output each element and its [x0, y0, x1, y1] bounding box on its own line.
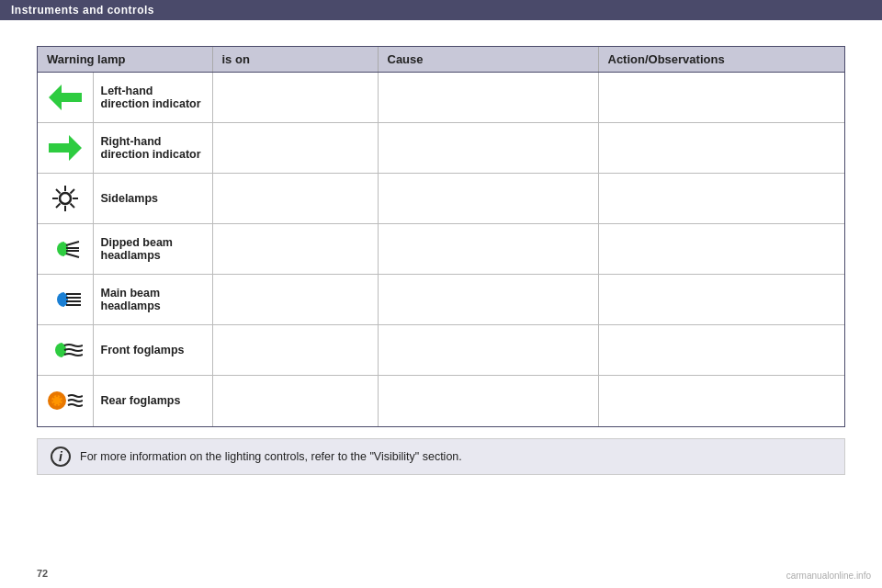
cause-cell [378, 376, 598, 426]
ison-cell [212, 174, 378, 224]
lamp-label: Sidelamps [93, 174, 212, 224]
rear-foglamps-icon [48, 384, 83, 417]
ison-cell [212, 123, 378, 174]
lamp-label: Left-hand direction indicator [93, 73, 212, 123]
col-cause: Cause [378, 47, 598, 73]
table-row: Dipped beam headlamps [38, 224, 844, 275]
ison-cell [212, 73, 378, 123]
table-row: Rear foglamps [38, 376, 844, 426]
cause-cell [378, 275, 598, 325]
lamp-label: Front foglamps [93, 325, 212, 376]
main-content: Warning lamp is on Cause Action/Observat… [0, 20, 882, 484]
table-row: Left-hand direction indicator [38, 73, 844, 123]
svg-line-8 [70, 204, 74, 209]
watermark: carmanualonline.info [786, 571, 871, 581]
icon-cell [38, 376, 93, 426]
dipped-beam-icon [48, 235, 83, 263]
col-warning-lamp: Warning lamp [38, 47, 212, 73]
lamp-label: Main beam headlamps [93, 275, 212, 325]
action-cell [598, 376, 844, 426]
lamp-label: Rear foglamps [93, 376, 212, 426]
lamp-label: Dipped beam headlamps [93, 224, 212, 275]
icon-cell [38, 224, 93, 275]
ison-cell [212, 224, 378, 275]
action-cell [598, 123, 844, 174]
action-cell [598, 224, 844, 275]
table-header-row: Warning lamp is on Cause Action/Observat… [38, 47, 844, 73]
cause-cell [378, 123, 598, 174]
icon-cell [38, 325, 93, 376]
action-cell [598, 174, 844, 224]
info-icon: i [51, 447, 71, 467]
cause-cell [378, 224, 598, 275]
cause-cell [378, 73, 598, 123]
col-ison: is on [212, 47, 378, 73]
table-row: Front foglamps [38, 325, 844, 376]
svg-line-7 [56, 189, 61, 194]
page-header: Instruments and controls [0, 0, 882, 20]
action-cell [598, 275, 844, 325]
svg-line-15 [66, 254, 79, 257]
svg-point-16 [61, 293, 68, 306]
table-row: Main beam headlamps [38, 275, 844, 325]
ison-cell [212, 325, 378, 376]
lamp-label: Right-hand direction indicator [93, 123, 212, 174]
action-cell [598, 325, 844, 376]
icon-cell [38, 73, 93, 123]
svg-line-9 [70, 189, 74, 194]
info-bar: i For more information on the lighting c… [37, 438, 845, 475]
front-foglamps-icon [48, 335, 83, 365]
action-cell [598, 73, 844, 123]
arrow-left-icon [49, 85, 82, 110]
icon-cell [38, 123, 93, 174]
col-action: Action/Observations [598, 47, 844, 73]
header-title: Instruments and controls [11, 4, 154, 17]
cause-cell [378, 325, 598, 376]
ison-cell [212, 376, 378, 426]
main-beam-icon [48, 286, 83, 313]
svg-line-12 [66, 242, 79, 245]
svg-point-2 [60, 193, 71, 204]
info-text: For more information on the lighting con… [80, 450, 462, 463]
arrow-right-icon [49, 135, 82, 161]
table-row: Sidelamps [38, 174, 844, 224]
svg-marker-0 [49, 85, 82, 110]
cause-cell [378, 174, 598, 224]
ison-cell [212, 275, 378, 325]
svg-marker-1 [49, 135, 82, 161]
icon-cell [38, 275, 93, 325]
warning-lamp-table: Warning lamp is on Cause Action/Observat… [37, 46, 845, 427]
page-number: 72 [37, 568, 48, 579]
sidelamps-icon [49, 184, 82, 213]
svg-line-10 [56, 204, 61, 209]
icon-cell [38, 174, 93, 224]
table-row: Right-hand direction indicator [38, 123, 844, 174]
